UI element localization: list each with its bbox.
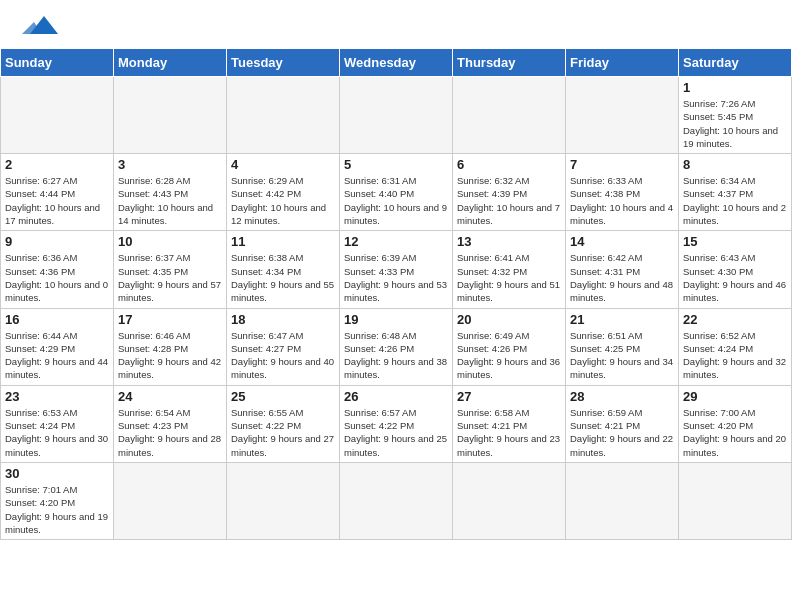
calendar-cell: 25Sunrise: 6:55 AMSunset: 4:22 PMDayligh… <box>227 385 340 462</box>
day-number: 10 <box>118 234 222 249</box>
day-info: Sunrise: 6:27 AMSunset: 4:44 PMDaylight:… <box>5 174 109 227</box>
calendar-cell: 16Sunrise: 6:44 AMSunset: 4:29 PMDayligh… <box>1 308 114 385</box>
day-number: 16 <box>5 312 109 327</box>
weekday-header-thursday: Thursday <box>453 49 566 77</box>
day-info: Sunrise: 6:54 AMSunset: 4:23 PMDaylight:… <box>118 406 222 459</box>
weekday-header-saturday: Saturday <box>679 49 792 77</box>
day-info: Sunrise: 6:57 AMSunset: 4:22 PMDaylight:… <box>344 406 448 459</box>
day-info: Sunrise: 6:28 AMSunset: 4:43 PMDaylight:… <box>118 174 222 227</box>
calendar-cell <box>114 462 227 539</box>
calendar-cell: 22Sunrise: 6:52 AMSunset: 4:24 PMDayligh… <box>679 308 792 385</box>
calendar-cell: 1Sunrise: 7:26 AMSunset: 5:45 PMDaylight… <box>679 77 792 154</box>
day-number: 4 <box>231 157 335 172</box>
calendar-cell: 28Sunrise: 6:59 AMSunset: 4:21 PMDayligh… <box>566 385 679 462</box>
day-number: 29 <box>683 389 787 404</box>
weekday-header-sunday: Sunday <box>1 49 114 77</box>
calendar-cell <box>566 77 679 154</box>
day-info: Sunrise: 6:32 AMSunset: 4:39 PMDaylight:… <box>457 174 561 227</box>
calendar-cell <box>227 77 340 154</box>
calendar-cell <box>340 77 453 154</box>
day-info: Sunrise: 6:42 AMSunset: 4:31 PMDaylight:… <box>570 251 674 304</box>
day-number: 25 <box>231 389 335 404</box>
calendar-cell: 5Sunrise: 6:31 AMSunset: 4:40 PMDaylight… <box>340 154 453 231</box>
day-info: Sunrise: 6:36 AMSunset: 4:36 PMDaylight:… <box>5 251 109 304</box>
weekday-header-tuesday: Tuesday <box>227 49 340 77</box>
day-number: 2 <box>5 157 109 172</box>
calendar-cell: 26Sunrise: 6:57 AMSunset: 4:22 PMDayligh… <box>340 385 453 462</box>
day-number: 27 <box>457 389 561 404</box>
weekday-header-row: SundayMondayTuesdayWednesdayThursdayFrid… <box>1 49 792 77</box>
day-info: Sunrise: 6:29 AMSunset: 4:42 PMDaylight:… <box>231 174 335 227</box>
day-number: 18 <box>231 312 335 327</box>
calendar-cell <box>566 462 679 539</box>
calendar-cell: 23Sunrise: 6:53 AMSunset: 4:24 PMDayligh… <box>1 385 114 462</box>
logo-icon <box>22 12 60 40</box>
calendar-cell: 3Sunrise: 6:28 AMSunset: 4:43 PMDaylight… <box>114 154 227 231</box>
day-number: 20 <box>457 312 561 327</box>
day-info: Sunrise: 6:47 AMSunset: 4:27 PMDaylight:… <box>231 329 335 382</box>
calendar-cell <box>453 77 566 154</box>
week-row-6: 30Sunrise: 7:01 AMSunset: 4:20 PMDayligh… <box>1 462 792 539</box>
calendar-cell: 8Sunrise: 6:34 AMSunset: 4:37 PMDaylight… <box>679 154 792 231</box>
day-info: Sunrise: 6:39 AMSunset: 4:33 PMDaylight:… <box>344 251 448 304</box>
calendar-cell: 2Sunrise: 6:27 AMSunset: 4:44 PMDaylight… <box>1 154 114 231</box>
day-number: 22 <box>683 312 787 327</box>
logo <box>20 16 60 40</box>
day-number: 19 <box>344 312 448 327</box>
day-number: 12 <box>344 234 448 249</box>
page-header <box>0 0 792 48</box>
day-info: Sunrise: 6:33 AMSunset: 4:38 PMDaylight:… <box>570 174 674 227</box>
calendar-cell: 20Sunrise: 6:49 AMSunset: 4:26 PMDayligh… <box>453 308 566 385</box>
calendar-cell: 11Sunrise: 6:38 AMSunset: 4:34 PMDayligh… <box>227 231 340 308</box>
day-number: 11 <box>231 234 335 249</box>
calendar-cell: 19Sunrise: 6:48 AMSunset: 4:26 PMDayligh… <box>340 308 453 385</box>
day-info: Sunrise: 6:58 AMSunset: 4:21 PMDaylight:… <box>457 406 561 459</box>
calendar-cell: 29Sunrise: 7:00 AMSunset: 4:20 PMDayligh… <box>679 385 792 462</box>
week-row-2: 2Sunrise: 6:27 AMSunset: 4:44 PMDaylight… <box>1 154 792 231</box>
day-number: 26 <box>344 389 448 404</box>
calendar-cell: 13Sunrise: 6:41 AMSunset: 4:32 PMDayligh… <box>453 231 566 308</box>
week-row-3: 9Sunrise: 6:36 AMSunset: 4:36 PMDaylight… <box>1 231 792 308</box>
day-info: Sunrise: 6:34 AMSunset: 4:37 PMDaylight:… <box>683 174 787 227</box>
calendar-cell: 14Sunrise: 6:42 AMSunset: 4:31 PMDayligh… <box>566 231 679 308</box>
day-number: 3 <box>118 157 222 172</box>
day-number: 24 <box>118 389 222 404</box>
weekday-header-friday: Friday <box>566 49 679 77</box>
day-number: 9 <box>5 234 109 249</box>
calendar-cell: 24Sunrise: 6:54 AMSunset: 4:23 PMDayligh… <box>114 385 227 462</box>
day-info: Sunrise: 6:59 AMSunset: 4:21 PMDaylight:… <box>570 406 674 459</box>
weekday-header-monday: Monday <box>114 49 227 77</box>
calendar-cell <box>679 462 792 539</box>
week-row-4: 16Sunrise: 6:44 AMSunset: 4:29 PMDayligh… <box>1 308 792 385</box>
weekday-header-wednesday: Wednesday <box>340 49 453 77</box>
day-number: 21 <box>570 312 674 327</box>
calendar-cell <box>340 462 453 539</box>
day-info: Sunrise: 6:53 AMSunset: 4:24 PMDaylight:… <box>5 406 109 459</box>
calendar-cell: 12Sunrise: 6:39 AMSunset: 4:33 PMDayligh… <box>340 231 453 308</box>
day-info: Sunrise: 6:31 AMSunset: 4:40 PMDaylight:… <box>344 174 448 227</box>
day-info: Sunrise: 6:48 AMSunset: 4:26 PMDaylight:… <box>344 329 448 382</box>
day-number: 8 <box>683 157 787 172</box>
calendar-cell: 27Sunrise: 6:58 AMSunset: 4:21 PMDayligh… <box>453 385 566 462</box>
calendar-cell: 4Sunrise: 6:29 AMSunset: 4:42 PMDaylight… <box>227 154 340 231</box>
day-number: 14 <box>570 234 674 249</box>
calendar-cell <box>1 77 114 154</box>
day-number: 5 <box>344 157 448 172</box>
calendar-cell: 7Sunrise: 6:33 AMSunset: 4:38 PMDaylight… <box>566 154 679 231</box>
day-number: 1 <box>683 80 787 95</box>
calendar-cell: 18Sunrise: 6:47 AMSunset: 4:27 PMDayligh… <box>227 308 340 385</box>
day-info: Sunrise: 6:46 AMSunset: 4:28 PMDaylight:… <box>118 329 222 382</box>
day-info: Sunrise: 6:41 AMSunset: 4:32 PMDaylight:… <box>457 251 561 304</box>
calendar-cell: 21Sunrise: 6:51 AMSunset: 4:25 PMDayligh… <box>566 308 679 385</box>
day-info: Sunrise: 6:38 AMSunset: 4:34 PMDaylight:… <box>231 251 335 304</box>
day-number: 30 <box>5 466 109 481</box>
day-info: Sunrise: 6:52 AMSunset: 4:24 PMDaylight:… <box>683 329 787 382</box>
calendar-cell: 30Sunrise: 7:01 AMSunset: 4:20 PMDayligh… <box>1 462 114 539</box>
day-info: Sunrise: 7:01 AMSunset: 4:20 PMDaylight:… <box>5 483 109 536</box>
day-number: 6 <box>457 157 561 172</box>
day-info: Sunrise: 6:44 AMSunset: 4:29 PMDaylight:… <box>5 329 109 382</box>
day-number: 28 <box>570 389 674 404</box>
day-number: 23 <box>5 389 109 404</box>
day-number: 15 <box>683 234 787 249</box>
day-info: Sunrise: 6:37 AMSunset: 4:35 PMDaylight:… <box>118 251 222 304</box>
